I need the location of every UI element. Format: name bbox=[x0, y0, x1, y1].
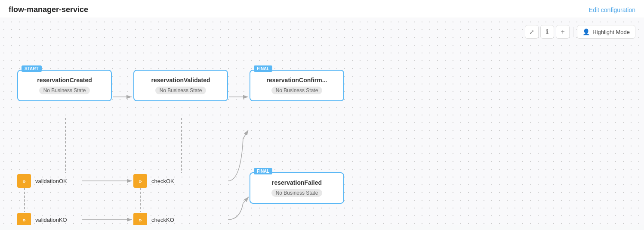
canvas-toolbar: ⤢ ℹ + 👤 Highlight Mode bbox=[525, 25, 635, 39]
node-title: reservationValidated bbox=[139, 77, 223, 84]
info-icon: ℹ bbox=[546, 28, 548, 36]
node-state: No Business State bbox=[271, 87, 323, 94]
start-badge: START bbox=[22, 65, 42, 72]
action-node-validation-ok[interactable]: » validationOK bbox=[17, 174, 67, 188]
action-icon: » bbox=[133, 213, 147, 225]
info-button[interactable]: ℹ bbox=[540, 25, 554, 39]
expand-icon: ⤢ bbox=[529, 28, 534, 35]
add-button[interactable]: + bbox=[556, 25, 570, 39]
action-label: validationOK bbox=[35, 178, 67, 184]
final-badge: FINAL bbox=[254, 168, 272, 174]
highlight-mode-label: Highlight Mode bbox=[592, 29, 630, 35]
action-label: validationKO bbox=[35, 217, 67, 223]
node-title: reservationFailed bbox=[255, 179, 339, 186]
highlight-mode-button[interactable]: 👤 Highlight Mode bbox=[577, 25, 635, 39]
action-icon: » bbox=[17, 174, 31, 188]
plus-icon: + bbox=[561, 28, 565, 36]
edit-config-link[interactable]: Edit configuration bbox=[589, 6, 635, 13]
action-node-check-ok[interactable]: » checkOK bbox=[133, 174, 174, 188]
node-state: No Business State bbox=[39, 87, 90, 94]
action-label: checkOK bbox=[151, 178, 174, 184]
action-icon: » bbox=[17, 213, 31, 225]
node-state: No Business State bbox=[155, 87, 206, 94]
node-state: No Business State bbox=[271, 189, 323, 197]
node-title: reservationCreated bbox=[22, 77, 107, 84]
flow-canvas: ⤢ ℹ + 👤 Highlight Mode bbox=[0, 18, 644, 225]
toolbar-divider bbox=[573, 27, 573, 37]
node-reservation-validated[interactable]: reservationValidated No Business State bbox=[133, 70, 228, 101]
node-reservation-confirm[interactable]: FINAL reservationConfirm... No Business … bbox=[250, 70, 344, 101]
page-header: flow-manager-service Edit configuration bbox=[0, 0, 644, 18]
action-icon: » bbox=[133, 174, 147, 188]
page-title: flow-manager-service bbox=[9, 5, 88, 14]
final-badge: FINAL bbox=[254, 65, 272, 72]
action-node-validation-ko[interactable]: » validationKO bbox=[17, 213, 67, 225]
node-reservation-failed[interactable]: FINAL reservationFailed No Business Stat… bbox=[250, 172, 344, 204]
action-label: checkKO bbox=[151, 217, 174, 223]
expand-button[interactable]: ⤢ bbox=[525, 25, 539, 39]
node-reservation-created[interactable]: START reservationCreated No Business Sta… bbox=[17, 70, 112, 101]
highlight-person-icon: 👤 bbox=[582, 28, 590, 35]
action-node-check-ko[interactable]: » checkKO bbox=[133, 213, 174, 225]
node-title: reservationConfirm... bbox=[255, 77, 339, 84]
